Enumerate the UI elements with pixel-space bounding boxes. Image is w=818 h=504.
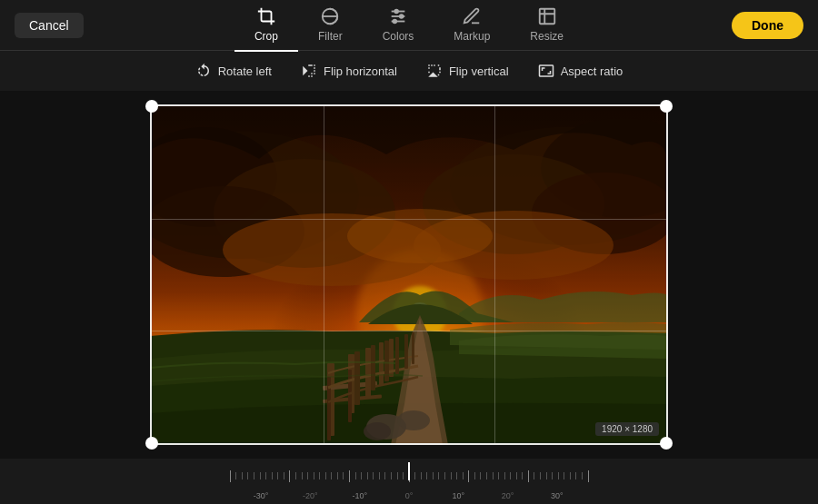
svg-point-5 — [400, 15, 404, 18]
tab-colors[interactable]: Colors — [363, 0, 434, 52]
rotation-center-indicator — [408, 462, 410, 480]
rotation-label: -30° — [236, 491, 285, 500]
flip-horizontal-label: Flip horizontal — [324, 64, 397, 78]
svg-point-6 — [393, 19, 396, 23]
tab-resize[interactable]: Resize — [510, 0, 584, 52]
flip-vertical-label: Flip vertical — [449, 64, 509, 78]
svg-point-4 — [394, 9, 398, 13]
rotation-tick-container[interactable] — [227, 462, 591, 489]
svg-rect-7 — [539, 8, 554, 24]
tool-tabs: Crop Filter Colors — [234, 0, 584, 52]
rotation-label: 20° — [483, 491, 532, 500]
rotation-label: 0° — [384, 491, 434, 500]
top-toolbar: Cancel Crop Filter — [0, 0, 818, 51]
done-button[interactable]: Done — [732, 12, 803, 39]
tick-mark — [585, 470, 592, 482]
tab-crop[interactable]: Crop — [234, 0, 298, 52]
aspect-ratio-button[interactable]: Aspect ratio — [538, 63, 623, 79]
secondary-toolbar: Rotate left Flip horizontal Flip vertica… — [0, 51, 818, 91]
tab-filter[interactable]: Filter — [298, 0, 363, 52]
rotation-label: 30° — [533, 491, 582, 500]
flip-horizontal-button[interactable]: Flip horizontal — [301, 63, 397, 79]
flip-vertical-button[interactable]: Flip vertical — [426, 63, 509, 79]
tab-markup[interactable]: Markup — [434, 0, 510, 52]
cancel-button[interactable]: Cancel — [15, 13, 84, 38]
rotation-labels: -30°-20°-10°0°10°20°30° — [236, 491, 582, 500]
rotation-label: 10° — [434, 491, 483, 500]
aspect-ratio-label: Aspect ratio — [561, 64, 623, 78]
rotation-label: -10° — [335, 491, 384, 500]
image-canvas: 1920 × 1280 — [150, 104, 668, 445]
rotation-bar: -30°-20°-10°0°10°20°30° — [0, 459, 818, 504]
rotation-label: -20° — [285, 491, 334, 500]
image-area: 1920 × 1280 — [0, 91, 818, 459]
rotate-left-button[interactable]: Rotate left — [195, 63, 272, 79]
rotate-left-label: Rotate left — [218, 64, 272, 78]
